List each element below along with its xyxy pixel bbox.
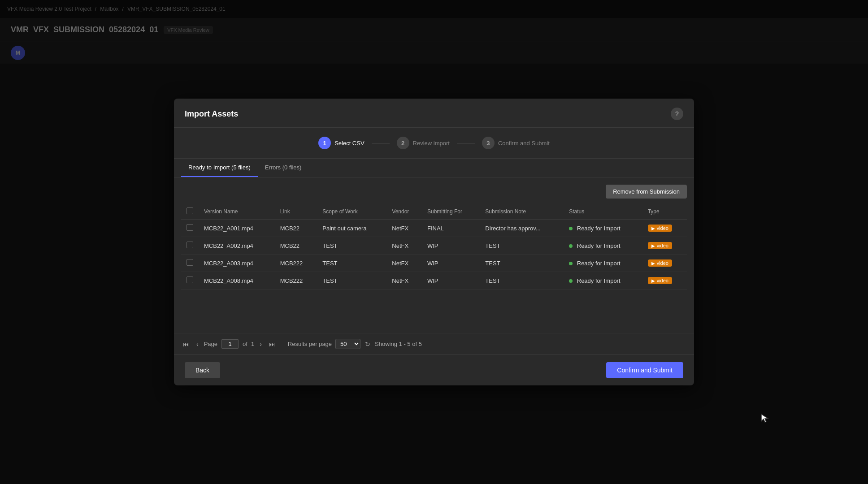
row-status: Ready for Import bbox=[564, 272, 642, 290]
status-dot bbox=[569, 227, 573, 230]
next-page-button[interactable]: › bbox=[258, 340, 264, 349]
row-link: MCB222 bbox=[275, 255, 317, 272]
row-vendor: NetFX bbox=[386, 272, 422, 290]
th-type: Type bbox=[642, 204, 687, 220]
row-checkbox-3[interactable] bbox=[187, 277, 193, 283]
row-version-name: MCB22_A002.mp4 bbox=[199, 237, 275, 255]
row-checkbox-0[interactable] bbox=[187, 224, 193, 231]
th-status: Status bbox=[564, 204, 642, 220]
type-badge: ▶ video bbox=[648, 277, 672, 284]
row-version-name: MCB22_A008.mp4 bbox=[199, 272, 275, 290]
status-dot bbox=[569, 262, 573, 265]
row-type: ▶ video bbox=[642, 220, 687, 237]
step-1-label: Select CSV bbox=[334, 140, 364, 147]
step-3-label: Confirm and Submit bbox=[498, 140, 550, 147]
table-row: MCB22_A008.mp4 MCB222 TEST NetFX WIP TES… bbox=[181, 272, 687, 290]
row-status: Ready for Import bbox=[564, 220, 642, 237]
modal-header: Import Assets ? bbox=[174, 99, 694, 128]
row-submitting-for: WIP bbox=[422, 255, 480, 272]
row-type: ▶ video bbox=[642, 255, 687, 272]
row-submission-note: TEST bbox=[480, 255, 564, 272]
video-icon: ▶ bbox=[651, 278, 655, 283]
video-icon: ▶ bbox=[651, 226, 655, 231]
table-header-row: Version Name Link Scope of Work Vendor S… bbox=[181, 204, 687, 220]
row-submitting-for: WIP bbox=[422, 272, 480, 290]
row-scope-of-work: TEST bbox=[317, 272, 386, 290]
refresh-button[interactable]: ↻ bbox=[364, 340, 371, 349]
step-3: 3 Confirm and Submit bbox=[482, 137, 550, 149]
select-all-checkbox[interactable] bbox=[187, 207, 193, 214]
row-link: MCB222 bbox=[275, 272, 317, 290]
confirm-submit-button[interactable]: Confirm and Submit bbox=[606, 362, 683, 378]
showing-text: Showing 1 - 5 of 5 bbox=[375, 341, 422, 347]
modal-overlay: Import Assets ? 1 Select CSV 2 Review im… bbox=[0, 0, 868, 484]
step-1: 1 Select CSV bbox=[318, 137, 364, 149]
type-badge: ▶ video bbox=[648, 225, 672, 232]
row-submission-note: Director has approv... bbox=[480, 220, 564, 237]
row-link: MCB22 bbox=[275, 220, 317, 237]
row-vendor: NetFX bbox=[386, 255, 422, 272]
row-checkbox-cell bbox=[181, 237, 199, 255]
step-2-num: 2 bbox=[397, 137, 409, 149]
table-area: Remove from Submission Version Name Link… bbox=[174, 177, 694, 333]
modal-help-button[interactable]: ? bbox=[671, 108, 683, 120]
step-sep-2 bbox=[457, 143, 475, 143]
row-type: ▶ video bbox=[642, 272, 687, 290]
row-version-name: MCB22_A003.mp4 bbox=[199, 255, 275, 272]
step-sep-1 bbox=[372, 143, 390, 143]
row-submitting-for: FINAL bbox=[422, 220, 480, 237]
row-version-name: MCB22_A001.mp4 bbox=[199, 220, 275, 237]
first-page-button[interactable]: ⏮ bbox=[181, 340, 191, 349]
page-input[interactable] bbox=[221, 339, 239, 349]
step-2-label: Review import bbox=[413, 140, 450, 147]
table-row: MCB22_A001.mp4 MCB22 Paint out camera Ne… bbox=[181, 220, 687, 237]
row-vendor: NetFX bbox=[386, 237, 422, 255]
row-checkbox-1[interactable] bbox=[187, 242, 193, 248]
type-badge: ▶ video bbox=[648, 259, 672, 267]
import-assets-modal: Import Assets ? 1 Select CSV 2 Review im… bbox=[174, 99, 694, 385]
table-row: MCB22_A002.mp4 MCB22 TEST NetFX WIP TEST… bbox=[181, 237, 687, 255]
th-scope-of-work: Scope of Work bbox=[317, 204, 386, 220]
table-toolbar: Remove from Submission bbox=[181, 185, 687, 199]
type-badge: ▶ video bbox=[648, 242, 672, 249]
pagination-bar: ⏮ ‹ Page of 1 › ⏭ Results per page 50 10… bbox=[174, 333, 694, 354]
of-label: of bbox=[243, 341, 247, 347]
per-page-select[interactable]: 50 10 25 100 bbox=[335, 339, 360, 349]
status-label: Ready for Import bbox=[577, 225, 621, 232]
status-label: Ready for Import bbox=[577, 260, 621, 267]
th-vendor: Vendor bbox=[386, 204, 422, 220]
prev-page-button[interactable]: ‹ bbox=[195, 340, 200, 349]
total-pages: 1 bbox=[251, 341, 254, 347]
row-checkbox-2[interactable] bbox=[187, 259, 193, 266]
row-checkbox-cell bbox=[181, 255, 199, 272]
assets-table: Version Name Link Scope of Work Vendor S… bbox=[181, 204, 687, 290]
th-submitting-for: Submitting For bbox=[422, 204, 480, 220]
th-link: Link bbox=[275, 204, 317, 220]
row-submission-note: TEST bbox=[480, 237, 564, 255]
row-status: Ready for Import bbox=[564, 237, 642, 255]
last-page-button[interactable]: ⏭ bbox=[267, 340, 277, 349]
results-per-page-label: Results per page bbox=[288, 341, 332, 347]
back-button[interactable]: Back bbox=[185, 362, 220, 378]
step-3-num: 3 bbox=[482, 137, 495, 149]
remove-from-submission-button[interactable]: Remove from Submission bbox=[606, 185, 687, 199]
status-dot bbox=[569, 244, 573, 248]
table-row: MCB22_A003.mp4 MCB222 TEST NetFX WIP TES… bbox=[181, 255, 687, 272]
row-type: ▶ video bbox=[642, 237, 687, 255]
row-scope-of-work: TEST bbox=[317, 255, 386, 272]
row-checkbox-cell bbox=[181, 220, 199, 237]
row-submission-note: TEST bbox=[480, 272, 564, 290]
video-icon: ▶ bbox=[651, 243, 655, 248]
steps-bar: 1 Select CSV 2 Review import 3 Confirm a… bbox=[174, 128, 694, 159]
modal-title: Import Assets bbox=[185, 109, 238, 119]
status-label: Ready for Import bbox=[577, 242, 621, 249]
th-version-name: Version Name bbox=[199, 204, 275, 220]
tab-errors[interactable]: Errors (0 files) bbox=[258, 159, 309, 177]
page-label: Page bbox=[204, 341, 217, 347]
video-icon: ▶ bbox=[651, 261, 655, 266]
row-submitting-for: WIP bbox=[422, 237, 480, 255]
tabs-bar: Ready to Import (5 files) Errors (0 file… bbox=[174, 159, 694, 177]
row-vendor: NetFX bbox=[386, 220, 422, 237]
tab-ready[interactable]: Ready to Import (5 files) bbox=[181, 159, 258, 177]
row-checkbox-cell bbox=[181, 272, 199, 290]
